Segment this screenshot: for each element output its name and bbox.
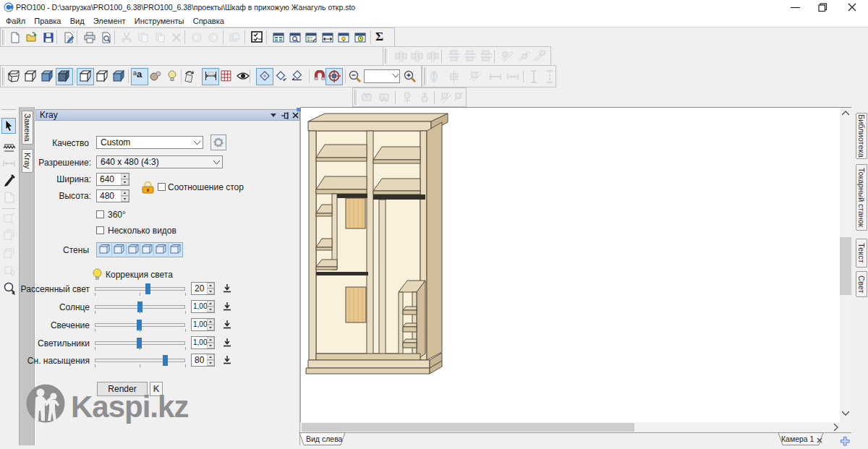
svg-text:Kaspi.kz: Kaspi.kz [71,390,188,424]
